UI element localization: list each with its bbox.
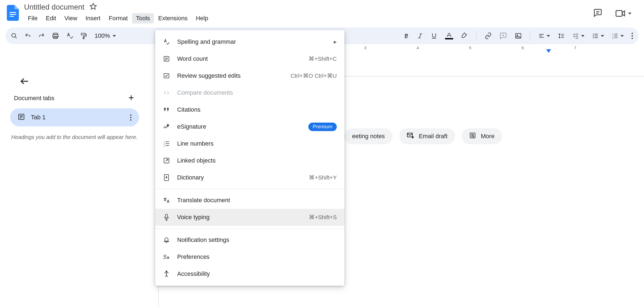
menu-translate[interactable]: Translate document bbox=[155, 192, 344, 209]
ruler-number: 6 bbox=[522, 45, 524, 50]
premium-badge: Premium bbox=[308, 123, 337, 131]
menu-file[interactable]: File bbox=[24, 13, 41, 24]
chip-meeting-notes[interactable]: eeting notes bbox=[344, 128, 393, 144]
menu-esignature[interactable]: eSignature Premium bbox=[155, 118, 344, 135]
chevron-down-icon bbox=[620, 35, 624, 37]
sidebar-hint: Headings you add to the document will ap… bbox=[7, 126, 142, 148]
menu-format[interactable]: Format bbox=[105, 13, 132, 24]
menu-edit[interactable]: Edit bbox=[42, 13, 60, 24]
svg-point-32 bbox=[593, 37, 594, 38]
shortcut: ⌘+Shift+Y bbox=[309, 174, 337, 181]
menu-label: Spelling and grammar bbox=[177, 38, 236, 45]
mic-icon bbox=[163, 214, 170, 221]
ruler-number: 4 bbox=[417, 45, 419, 50]
ruler-number: 5 bbox=[469, 45, 471, 50]
comments-icon[interactable] bbox=[593, 8, 602, 19]
menu-spelling-grammar[interactable]: Spelling and grammar ▶ bbox=[155, 33, 344, 50]
menu-notification-settings[interactable]: Notification settings bbox=[155, 231, 344, 248]
svg-rect-34 bbox=[595, 36, 598, 36]
docs-logo[interactable] bbox=[5, 3, 20, 23]
menu-voice-typing[interactable]: Voice typing ⌘+Shift+S bbox=[155, 209, 344, 226]
svg-point-30 bbox=[593, 34, 594, 35]
more-tools-icon[interactable] bbox=[631, 33, 633, 39]
spelling-icon bbox=[163, 39, 170, 45]
svg-point-20 bbox=[517, 35, 518, 36]
svg-text:3: 3 bbox=[164, 145, 165, 147]
chip-email-draft[interactable]: Email draft bbox=[399, 128, 455, 144]
ruler-number: 3 bbox=[364, 45, 366, 50]
menu-separator bbox=[155, 228, 344, 229]
menu-accessibility[interactable]: Accessibility bbox=[155, 265, 344, 282]
submenu-arrow-icon: ▶ bbox=[334, 40, 337, 44]
menu-label: Notification settings bbox=[177, 236, 229, 244]
preferences-icon bbox=[163, 254, 170, 260]
star-icon[interactable] bbox=[89, 3, 97, 11]
text-color-icon[interactable] bbox=[445, 33, 453, 39]
checklist-icon[interactable] bbox=[572, 33, 584, 39]
zoom-select[interactable]: 100% bbox=[95, 32, 116, 39]
menu-word-count[interactable]: Word count ⌘+Shift+C bbox=[155, 50, 344, 67]
tools-dropdown: Spelling and grammar ▶ Word count ⌘+Shif… bbox=[155, 30, 344, 286]
link-icon[interactable] bbox=[485, 32, 492, 39]
menu-label: Dictionary bbox=[177, 174, 204, 181]
sidebar-tab-1[interactable]: Tab 1 bbox=[10, 108, 139, 126]
ruler-marker-icon[interactable] bbox=[546, 49, 551, 53]
menu-tools[interactable]: Tools bbox=[132, 13, 154, 24]
highlight-icon[interactable] bbox=[461, 32, 468, 39]
tab-icon bbox=[18, 113, 25, 121]
chip-more[interactable]: More bbox=[462, 128, 502, 144]
menu-preferences[interactable]: Preferences bbox=[155, 248, 344, 265]
svg-rect-35 bbox=[595, 37, 598, 38]
svg-text:1: 1 bbox=[164, 141, 165, 143]
shortcut: Ctrl+⌘O Ctrl+⌘U bbox=[291, 73, 337, 79]
menu-label: Preferences bbox=[177, 253, 210, 260]
title-and-menus: Untitled document File Edit View Insert … bbox=[24, 3, 212, 24]
menu-label: Voice typing bbox=[177, 214, 210, 221]
menu-dictionary[interactable]: Dictionary ⌘+Shift+Y bbox=[155, 169, 344, 186]
align-icon[interactable] bbox=[538, 33, 550, 39]
app-header: Untitled document File Edit View Insert … bbox=[0, 0, 644, 24]
bold-icon[interactable] bbox=[403, 33, 409, 39]
svg-point-31 bbox=[593, 35, 594, 36]
add-tab-icon[interactable] bbox=[128, 94, 135, 102]
line-spacing-icon[interactable] bbox=[558, 33, 565, 39]
menu-label: Citations bbox=[177, 106, 201, 113]
menu-help[interactable]: Help bbox=[192, 13, 212, 24]
italic-icon[interactable] bbox=[417, 32, 423, 39]
numbered-list-icon[interactable]: 123 bbox=[612, 33, 624, 39]
underline-icon[interactable] bbox=[431, 32, 437, 39]
document-title[interactable]: Untitled document bbox=[24, 3, 84, 11]
compare-icon bbox=[163, 89, 170, 96]
menu-line-numbers[interactable]: 123 Line numbers bbox=[155, 135, 344, 152]
spellcheck-icon[interactable] bbox=[66, 32, 73, 39]
accessibility-icon bbox=[163, 270, 170, 277]
search-icon[interactable] bbox=[11, 33, 17, 39]
chevron-down-icon bbox=[547, 35, 550, 37]
redo-icon[interactable] bbox=[38, 33, 45, 39]
menu-view[interactable]: View bbox=[60, 13, 81, 24]
meet-icon[interactable] bbox=[616, 9, 631, 18]
menu-label: Translate document bbox=[177, 197, 230, 204]
add-comment-icon[interactable] bbox=[499, 32, 507, 40]
menu-linked-objects[interactable]: Linked objects bbox=[155, 152, 344, 169]
image-icon[interactable] bbox=[515, 32, 522, 39]
svg-point-44 bbox=[632, 38, 633, 39]
menu-review-edits[interactable]: Review suggested edits Ctrl+⌘O Ctrl+⌘U bbox=[155, 67, 344, 84]
menu-citations[interactable]: Citations bbox=[155, 101, 344, 118]
toolbar-separator bbox=[530, 31, 530, 40]
svg-text:2: 2 bbox=[164, 143, 165, 145]
menu-extensions[interactable]: Extensions bbox=[154, 13, 192, 24]
menu-insert[interactable]: Insert bbox=[82, 13, 104, 24]
email-icon bbox=[407, 132, 414, 140]
menu-bar: File Edit View Insert Format Tools Exten… bbox=[24, 13, 212, 24]
menu-label: Line numbers bbox=[177, 140, 213, 147]
tab-more-icon[interactable] bbox=[130, 114, 131, 121]
print-icon[interactable] bbox=[52, 32, 59, 39]
paint-format-icon[interactable] bbox=[80, 32, 87, 39]
undo-icon[interactable] bbox=[25, 33, 31, 39]
dictionary-icon bbox=[163, 174, 170, 181]
svg-point-73 bbox=[166, 271, 167, 272]
bullet-list-icon[interactable] bbox=[592, 33, 604, 39]
svg-text:3: 3 bbox=[612, 37, 613, 39]
back-icon[interactable] bbox=[7, 75, 142, 94]
